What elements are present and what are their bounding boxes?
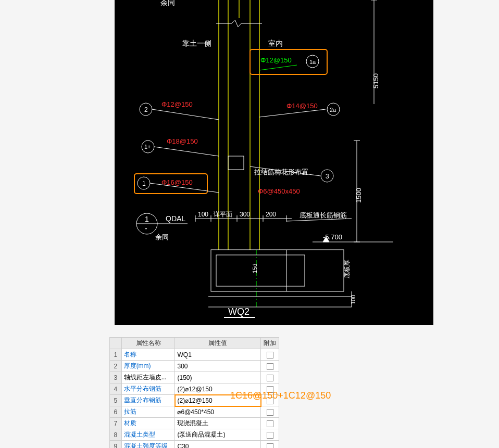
row-number: 7 <box>110 418 122 429</box>
row-number: 8 <box>110 429 122 441</box>
svg-line-13 <box>154 147 219 156</box>
bubble-1a: 1a <box>309 59 316 65</box>
label-ref-same: 余同 <box>155 233 169 241</box>
row-number: 3 <box>110 372 122 383</box>
property-extra[interactable] <box>261 418 279 429</box>
checkbox-icon[interactable] <box>267 409 273 416</box>
row-number: 1 <box>110 349 122 361</box>
header-extra: 附加 <box>261 338 279 349</box>
svg-rect-30 <box>211 250 344 291</box>
table-row[interactable]: 8混凝土类型(泵送商品混凝土) <box>110 429 279 441</box>
bubble-3: 3 <box>326 173 329 180</box>
header-name: 属性名称 <box>121 338 175 349</box>
property-name: 名称 <box>121 349 175 361</box>
label-tie-note: 拉结筋梅花形布置 <box>254 168 308 176</box>
dim-15d: 15d <box>252 264 258 273</box>
label-detail-plane: 详平面 <box>214 211 232 218</box>
property-extra[interactable] <box>261 349 279 361</box>
label-bottom-rebar: 底板通长筋钢筋 <box>300 211 347 219</box>
dim-elev: -5.700 <box>323 233 342 241</box>
table-row[interactable]: 6拉筋⌀6@450*450 <box>110 406 279 418</box>
table-row[interactable]: 9混凝土强度等级C30 <box>110 441 279 449</box>
label-qdal: QDAL <box>166 214 185 223</box>
property-value[interactable]: WQ1 <box>175 349 261 361</box>
bubble-2: 2 <box>144 106 148 113</box>
svg-line-9 <box>152 109 219 120</box>
dim-200: 200 <box>266 211 276 218</box>
property-value[interactable]: 现浇混凝土 <box>175 418 261 429</box>
property-name: 混凝土强度等级 <box>121 441 175 449</box>
property-name: 混凝土类型 <box>121 429 175 441</box>
table-row[interactable]: 2厚度(mm)300 <box>110 361 279 372</box>
property-value[interactable]: C30 <box>175 441 261 449</box>
property-extra[interactable] <box>261 406 279 418</box>
checkbox-icon[interactable] <box>267 443 273 448</box>
checkbox-icon[interactable] <box>267 352 273 359</box>
row-number: 9 <box>110 441 122 449</box>
checkbox-icon[interactable] <box>267 432 273 439</box>
rebar-6-450: Φ6@450x450 <box>258 187 300 195</box>
rebar-18-150: Φ18@150 <box>167 137 198 145</box>
svg-line-10 <box>259 109 326 117</box>
property-name: 厚度(mm) <box>121 361 175 372</box>
property-value[interactable]: (泵送商品混凝土) <box>175 429 261 441</box>
table-row[interactable]: 3轴线距左墙皮...(150) <box>110 372 279 383</box>
header-value: 属性值 <box>175 338 261 349</box>
rebar-16-150: Φ16@150 <box>161 178 193 186</box>
bubble-1plus: 1+ <box>144 144 151 150</box>
label-thick: 底板厚 <box>343 260 351 278</box>
cad-drawing: 余同 靠土一侧 室内 Φ12@150 1a 2 Φ12@150 Φ14@150 … <box>115 0 433 325</box>
property-extra[interactable] <box>261 361 279 372</box>
property-table-header: 属性名称 属性值 附加 <box>110 338 279 349</box>
rebar-14-150: Φ14@150 <box>286 102 318 110</box>
label-outside: 靠土一侧 <box>182 39 211 47</box>
svg-rect-14 <box>228 156 244 170</box>
label-ref-same-top: 余同 <box>160 0 175 7</box>
rebar-12-150-left: Φ12@150 <box>161 100 193 108</box>
svg-rect-31 <box>216 255 305 286</box>
dim-5150: 5150 <box>372 73 380 88</box>
dim-100b: 100 <box>350 295 356 304</box>
property-name: 拉筋 <box>121 406 175 418</box>
row-number: 4 <box>110 383 122 395</box>
checkbox-icon[interactable] <box>267 375 273 381</box>
bubble-1: 1 <box>142 180 146 187</box>
bubble-2a: 2a <box>330 107 336 113</box>
row-number: 2 <box>110 361 122 372</box>
table-row[interactable]: 1名称WQ1 <box>110 349 279 361</box>
header-blank <box>110 338 122 349</box>
dim-1500: 1500 <box>355 188 363 203</box>
property-name: 轴线距左墙皮... <box>121 372 175 383</box>
checkbox-icon[interactable] <box>267 363 273 370</box>
cad-viewport[interactable]: 余同 靠土一侧 室内 Φ12@150 1a 2 Φ12@150 Φ14@150 … <box>115 0 433 325</box>
dim-300: 300 <box>240 211 250 218</box>
property-value[interactable]: ⌀6@450*450 <box>175 406 261 418</box>
property-value[interactable]: 300 <box>175 361 261 372</box>
bubble-section: 1 <box>145 215 149 223</box>
property-extra[interactable] <box>261 441 279 449</box>
property-extra[interactable] <box>261 372 279 383</box>
property-extra[interactable] <box>261 429 279 441</box>
rebar-12-150-top: Φ12@150 <box>260 56 292 64</box>
property-name: 垂直分布钢筋 <box>121 395 175 406</box>
dim-100a: 100 <box>198 211 208 218</box>
property-name: 水平分布钢筋 <box>121 383 175 395</box>
checkbox-icon[interactable] <box>267 420 273 427</box>
row-number: 6 <box>110 406 122 418</box>
svg-line-7 <box>259 65 297 70</box>
annotation-formula: 1C16@150+1C12@150 <box>230 390 331 401</box>
property-name: 材质 <box>121 418 175 429</box>
table-row[interactable]: 7材质现浇混凝土 <box>110 418 279 429</box>
drawing-title: WQ2 <box>228 306 250 317</box>
svg-text:-: - <box>145 224 147 233</box>
property-value[interactable]: (150) <box>175 372 261 383</box>
row-number: 5 <box>110 395 122 406</box>
page-root: 余同 靠土一侧 室内 Φ12@150 1a 2 Φ12@150 Φ14@150 … <box>0 0 499 448</box>
label-inside: 室内 <box>268 39 283 47</box>
